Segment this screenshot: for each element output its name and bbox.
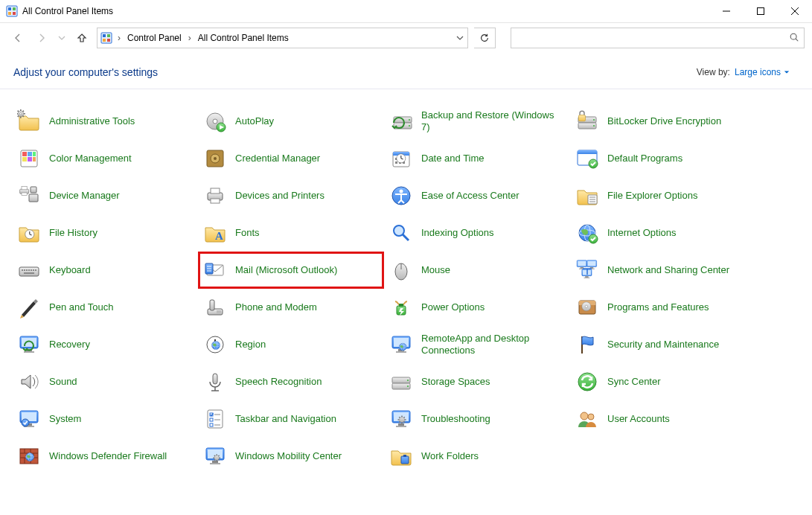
- cp-item-indexing[interactable]: Indexing Options: [384, 214, 570, 252]
- cp-item-taskbar[interactable]: Taskbar and Navigation: [198, 400, 384, 438]
- cp-item-user-accounts[interactable]: User Accounts: [570, 400, 756, 438]
- search-input[interactable]: [517, 32, 789, 44]
- svg-rect-12: [103, 39, 106, 42]
- cp-item-mobility[interactable]: Windows Mobility Center: [198, 438, 384, 475]
- cp-item-sound[interactable]: Sound: [12, 363, 198, 400]
- svg-rect-11: [107, 34, 110, 37]
- firewall-icon: [15, 442, 43, 470]
- maximize-button[interactable]: [744, 0, 778, 22]
- up-button[interactable]: [73, 29, 91, 47]
- crumb-all-items[interactable]: All Control Panel Items: [194, 29, 293, 47]
- cp-item-sync[interactable]: Sync Center: [570, 363, 756, 400]
- devices-printers-icon: [201, 182, 229, 210]
- cp-item-power[interactable]: Power Options: [384, 289, 570, 326]
- cp-item-label: Speech Recognition: [229, 376, 322, 388]
- internet-options-icon: [573, 219, 601, 247]
- cp-item-security-maintenance[interactable]: Security and Maintenance: [570, 326, 756, 363]
- sound-icon: [15, 368, 43, 396]
- view-by-dropdown[interactable]: Large icons: [735, 67, 790, 77]
- cp-item-label: Taskbar and Navigation: [229, 413, 336, 425]
- chevron-right-icon[interactable]: ›: [115, 33, 123, 43]
- cp-item-speech[interactable]: Speech Recognition: [198, 363, 384, 400]
- cp-item-label: Color Management: [43, 153, 132, 164]
- cp-item-label: Windows Defender Firewall: [43, 450, 167, 462]
- cp-item-keyboard[interactable]: Keyboard: [12, 252, 198, 289]
- cp-item-recovery[interactable]: Recovery: [12, 326, 198, 363]
- cp-item-admin-tools[interactable]: Administrative Tools: [12, 103, 198, 140]
- nav-bar: › Control Panel › All Control Panel Item…: [0, 23, 812, 53]
- svg-rect-4: [13, 12, 16, 15]
- programs-features-icon: [573, 293, 601, 322]
- crumb-control-panel[interactable]: Control Panel: [123, 29, 186, 47]
- cp-item-devices-printers[interactable]: Devices and Printers: [198, 177, 384, 214]
- refresh-button[interactable]: [474, 28, 496, 48]
- default-programs-icon: [573, 144, 601, 173]
- back-button[interactable]: [9, 29, 27, 47]
- cp-item-autoplay[interactable]: AutoPlay: [198, 103, 384, 140]
- cp-item-label: Credential Manager: [229, 153, 320, 164]
- svg-point-14: [790, 33, 796, 39]
- cp-item-pen-touch[interactable]: Pen and Touch: [12, 289, 198, 326]
- control-panel-icon: [6, 5, 18, 17]
- svg-rect-19: [28, 152, 32, 156]
- close-button[interactable]: [778, 0, 812, 22]
- search-box[interactable]: [511, 28, 805, 48]
- taskbar-icon: [201, 405, 229, 433]
- cp-item-work-folders[interactable]: Work Folders: [384, 438, 570, 475]
- page-title: Adjust your computer's settings: [13, 66, 158, 78]
- cp-item-fonts[interactable]: AFonts: [198, 214, 384, 252]
- cp-item-mouse[interactable]: Mouse: [384, 252, 570, 289]
- cp-item-label: Windows Mobility Center: [229, 450, 342, 462]
- cp-item-label: Internet Options: [601, 227, 677, 239]
- file-explorer-options-icon: [573, 182, 601, 210]
- cp-item-file-explorer-options[interactable]: File Explorer Options: [570, 177, 756, 214]
- cp-item-label: Sound: [43, 376, 77, 388]
- autoplay-icon: [201, 107, 229, 135]
- cp-item-remoteapp[interactable]: RemoteApp and Desktop Connections: [384, 326, 570, 363]
- mobility-icon: [201, 442, 229, 470]
- cp-item-network-sharing[interactable]: Network and Sharing Center: [570, 252, 756, 289]
- address-dropdown[interactable]: [453, 29, 467, 47]
- cp-item-ease-access[interactable]: Ease of Access Center: [384, 177, 570, 214]
- cp-item-default-programs[interactable]: Default Programs: [570, 140, 756, 177]
- cp-item-color-management[interactable]: Color Management: [12, 140, 198, 177]
- cp-item-credential-manager[interactable]: Credential Manager: [198, 140, 384, 177]
- ease-access-icon: [387, 182, 415, 210]
- cp-item-internet-options[interactable]: Internet Options: [570, 214, 756, 252]
- minimize-button[interactable]: [709, 0, 744, 22]
- cp-item-region[interactable]: Region: [198, 326, 384, 363]
- device-manager-icon: [15, 182, 43, 210]
- forward-button[interactable]: [33, 29, 51, 47]
- search-icon[interactable]: [789, 32, 799, 45]
- cp-item-label: Indexing Options: [415, 227, 494, 239]
- cp-item-file-history[interactable]: File History: [12, 214, 198, 252]
- cp-item-label: User Accounts: [601, 413, 670, 425]
- file-history-icon: [15, 219, 43, 247]
- view-by-label: View by:: [697, 67, 730, 77]
- cp-item-label: Network and Sharing Center: [601, 264, 729, 276]
- recent-locations[interactable]: [57, 29, 67, 47]
- cp-item-date-time[interactable]: Date and Time: [384, 140, 570, 177]
- cp-item-label: Mouse: [415, 264, 450, 276]
- cp-item-bitlocker[interactable]: BitLocker Drive Encryption: [570, 103, 756, 140]
- svg-rect-25: [29, 194, 38, 202]
- cp-item-phone-modem[interactable]: Phone and Modem: [198, 289, 384, 326]
- fonts-icon: A: [201, 219, 229, 247]
- region-icon: [201, 330, 229, 359]
- date-time-icon: [387, 144, 415, 173]
- address-bar[interactable]: › Control Panel › All Control Panel Item…: [97, 28, 468, 48]
- cp-item-label: System: [43, 413, 81, 425]
- cp-item-storage[interactable]: Storage Spaces: [384, 363, 570, 400]
- cp-item-label: Security and Maintenance: [601, 339, 719, 351]
- cp-item-programs-features[interactable]: Programs and Features: [570, 289, 756, 326]
- cp-item-firewall[interactable]: Windows Defender Firewall: [12, 438, 198, 475]
- svg-rect-2: [13, 7, 16, 10]
- cp-item-mail[interactable]: Mail (Microsoft Outlook): [198, 252, 384, 289]
- cp-item-backup-restore[interactable]: Backup and Restore (Windows 7): [384, 103, 570, 140]
- chevron-right-icon[interactable]: ›: [186, 33, 194, 43]
- cp-item-troubleshooting[interactable]: Troubleshooting: [384, 400, 570, 438]
- cp-item-system[interactable]: System: [12, 400, 198, 438]
- svg-text:A: A: [215, 230, 223, 242]
- cp-item-label: Phone and Modem: [229, 301, 317, 313]
- cp-item-device-manager[interactable]: Device Manager: [12, 177, 198, 214]
